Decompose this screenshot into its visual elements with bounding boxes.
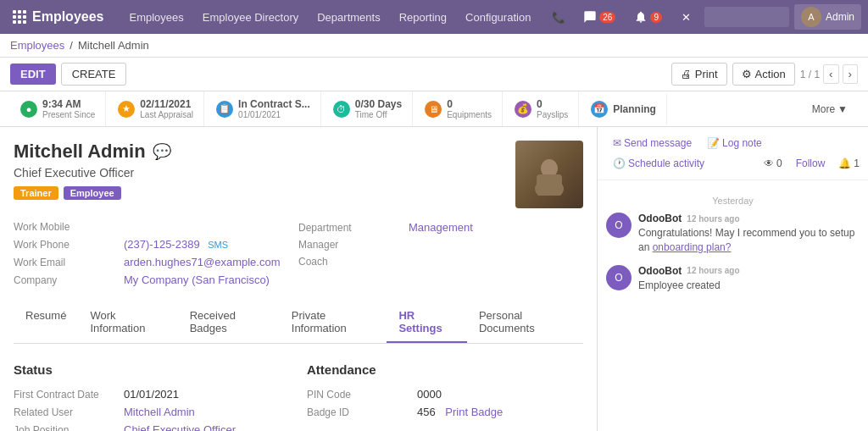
appraisal-icon: ★ <box>118 101 135 118</box>
chat-icon[interactable]: 💬 <box>153 142 171 161</box>
onboarding-link[interactable]: onboarding plan? <box>653 241 732 253</box>
equipment-icon: 🖥 <box>425 101 442 118</box>
next-page-button[interactable]: › <box>843 64 858 84</box>
stats-bar: ● 9:34 AM Present Since ★ 02/11/2021 Las… <box>0 91 868 127</box>
job-position-label: Job Position <box>14 424 124 431</box>
chat-time-2: 12 hours ago <box>687 266 739 275</box>
sms-link[interactable]: SMS <box>208 240 228 250</box>
user-menu[interactable]: A Admin <box>794 4 861 30</box>
tag-employee: Employee <box>64 186 121 200</box>
badge-id-value: 456 Print Badge <box>417 406 503 418</box>
contract-icon: 📋 <box>216 101 233 118</box>
svg-rect-8 <box>23 20 26 24</box>
tab-received-badges[interactable]: Received Badges <box>178 302 280 343</box>
edit-button[interactable]: EDIT <box>10 64 56 85</box>
chat-followers-stat[interactable]: 👁 0 <box>764 157 782 169</box>
stat-equipment[interactable]: 🖥 0 Equipments <box>415 91 503 126</box>
first-contract-value: 01/01/2021 <box>124 388 179 401</box>
app-logo: Employees <box>32 9 103 25</box>
printer-icon: 🖨 <box>681 68 692 80</box>
tab-personal-documents[interactable]: Personal Documents <box>467 302 583 343</box>
action-button[interactable]: ⚙ Action <box>732 63 795 86</box>
main-layout: Mitchell Admin 💬 Chief Executive Officer… <box>0 127 868 431</box>
svg-rect-11 <box>537 174 562 190</box>
planning-icon: 📅 <box>591 101 608 118</box>
top-nav-right: 📞 26 9 ✕ A Admin <box>546 4 861 30</box>
menu-employee-directory[interactable]: Employee Directory <box>194 6 307 29</box>
payslips-icon: 💰 <box>515 101 531 118</box>
menu-reporting[interactable]: Reporting <box>391 6 455 29</box>
chat-sender-2: OdooBot 12 hours ago <box>638 265 860 277</box>
stat-present-time: 9:34 AM <box>42 98 95 110</box>
close-icon[interactable]: ✕ <box>674 4 699 30</box>
tab-resume[interactable]: Resumé <box>14 302 78 343</box>
chat-text-2: Employee created <box>638 279 860 293</box>
pagination: 1 / 1 ‹ › <box>800 64 858 84</box>
print-badge-link[interactable]: Print Badge <box>445 406 503 418</box>
department-value: Management <box>409 221 473 234</box>
messages-count: 26 <box>599 12 615 23</box>
menu-configuration[interactable]: Configuration <box>457 6 539 29</box>
related-user-row: Related User Mitchell Admin <box>14 403 290 421</box>
coach-row: Coach <box>298 253 583 270</box>
stat-contract-status: In Contract S... <box>238 98 310 110</box>
search-bar[interactable] <box>704 7 789 27</box>
related-user-label: Related User <box>14 406 124 418</box>
company-value: My Company (San Francisco) <box>124 274 270 286</box>
fields-grid: Work Mobile Work Phone (237)-125-2389 SM… <box>14 218 583 289</box>
stat-timeoff-label: Time Off <box>355 110 402 119</box>
chat-bubble-2: OdooBot 12 hours ago Employee created <box>638 265 860 293</box>
send-message-button[interactable]: ✉ Send message <box>606 134 698 152</box>
more-button[interactable]: More ▼ <box>802 97 858 122</box>
breadcrumb-parent[interactable]: Employees <box>10 39 64 52</box>
phone-icon[interactable]: 📞 <box>546 4 571 30</box>
pin-code-row: PIN Code 0000 <box>307 385 583 403</box>
stat-timeoff-days: 0/30 Days <box>355 98 402 110</box>
svg-rect-6 <box>13 20 16 24</box>
stat-timeoff[interactable]: ⏱ 0/30 Days Time Off <box>323 91 413 126</box>
menu-departments[interactable]: Departments <box>309 6 388 29</box>
related-user-value: Mitchell Admin <box>124 406 195 418</box>
stat-equipment-label: Equipments <box>447 110 492 119</box>
alerts-button[interactable]: 9 <box>627 7 669 27</box>
tab-private-information[interactable]: Private Information <box>280 302 387 343</box>
work-phone-label: Work Phone <box>14 239 124 251</box>
stat-payslips-label: Payslips <box>537 110 568 119</box>
create-button[interactable]: CREATE <box>61 63 127 86</box>
tab-work-information[interactable]: Work Information <box>78 302 177 343</box>
pin-code-value: 0000 <box>417 388 442 401</box>
svg-rect-4 <box>18 15 21 19</box>
job-position-value: Chief Executive Officer <box>124 423 236 431</box>
company-row: Company My Company (San Francisco) <box>14 271 298 289</box>
stat-appraisal[interactable]: ★ 02/11/2021 Last Appraisal <box>108 91 204 126</box>
top-menu: Employees Employee Directory Departments… <box>120 6 546 29</box>
follow-button[interactable]: Follow <box>789 154 832 173</box>
chat-message-2: O OdooBot 12 hours ago Employee created <box>606 265 860 293</box>
print-button[interactable]: 🖨 Print <box>671 63 727 86</box>
stat-payslips[interactable]: 💰 0 Payslips <box>504 91 579 126</box>
top-navigation: Employees Employees Employee Directory D… <box>0 0 868 34</box>
chat-notifications-stat[interactable]: 🔔 1 <box>838 157 860 169</box>
employee-name: Mitchell Admin <box>14 141 146 163</box>
stat-contract[interactable]: 📋 In Contract S... 01/01/2021 <box>206 91 321 126</box>
log-note-button[interactable]: 📝 Log note <box>700 134 769 152</box>
tag-row: Trainer Employee <box>14 186 502 200</box>
stat-contract-date: 01/01/2021 <box>238 110 310 119</box>
stat-present[interactable]: ● 9:34 AM Present Since <box>10 91 106 126</box>
prev-page-button[interactable]: ‹ <box>823 64 838 84</box>
schedule-activity-button[interactable]: 🕐 Schedule activity <box>606 154 711 173</box>
chat-actions: ✉ Send message 📝 Log note 🕐 Schedule act… <box>598 127 868 180</box>
apps-menu-button[interactable] <box>7 4 32 30</box>
breadcrumb-separator: / <box>70 39 73 52</box>
menu-employees[interactable]: Employees <box>120 6 192 29</box>
stat-planning[interactable]: 📅 Planning <box>581 94 667 124</box>
work-mobile-label: Work Mobile <box>14 221 124 233</box>
svg-rect-0 <box>13 10 16 14</box>
first-contract-row: First Contract Date 01/01/2021 <box>14 385 290 403</box>
stat-present-label: Present Since <box>42 110 95 119</box>
pin-code-label: PIN Code <box>307 389 417 401</box>
messages-button[interactable]: 26 <box>576 7 622 27</box>
tab-hr-settings[interactable]: HR Settings <box>387 302 467 343</box>
send-icon: ✉ <box>613 137 621 149</box>
stat-appraisal-date: 02/11/2021 <box>140 98 193 110</box>
